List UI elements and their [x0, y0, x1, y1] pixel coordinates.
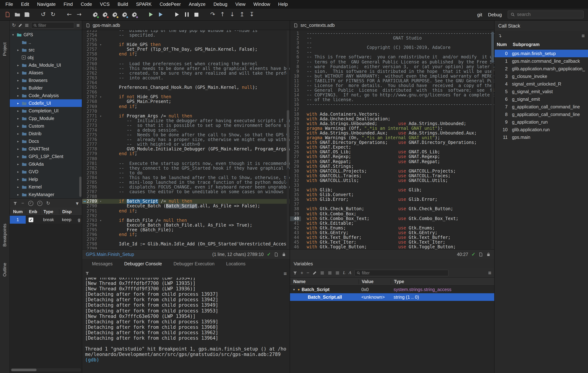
expander-icon[interactable]: ▸: [16, 139, 20, 143]
menu-item-code[interactable]: Code: [77, 0, 96, 9]
line-number[interactable]: 20: [290, 121, 301, 126]
callstack-frame-11[interactable]: 11gps.main: [494, 133, 588, 141]
line-number[interactable]: 2772: [82, 119, 98, 123]
debug-continue-button[interactable]: [172, 10, 181, 19]
callstack-frame-9[interactable]: 9g_application_run: [494, 118, 588, 126]
remove-variable-button[interactable]: −: [306, 270, 309, 275]
tree-item-builder[interactable]: ▸Builder: [10, 84, 82, 92]
column-header-subprogram[interactable]: Subprogram: [511, 42, 588, 47]
doc-icon[interactable]: [274, 252, 278, 256]
menu-item-spark[interactable]: SPARK: [132, 0, 156, 9]
language-toggle-button[interactable]: L: [343, 270, 345, 275]
tree-item-browsers[interactable]: ▸Browsers: [10, 77, 82, 84]
tree-item-gps-lsp-client[interactable]: ▸GPS_LSP_Client: [10, 153, 82, 160]
line-number[interactable]: 2777: [82, 142, 98, 147]
disable-breakpoints-button[interactable]: ×: [37, 201, 42, 206]
tree-item-kernel[interactable]: ▸Kernel: [10, 183, 82, 191]
line-number[interactable]: 2778: [82, 147, 98, 152]
tree-item-distrib[interactable]: ▸Distrib: [10, 130, 82, 137]
remove-breakpoint-button[interactable]: −: [21, 201, 24, 206]
fold-marker[interactable]: ▾: [98, 114, 103, 118]
lock-icon[interactable]: [282, 252, 286, 256]
line-number[interactable]: 5: [290, 50, 301, 55]
line-number[interactable]: 2779: [82, 152, 98, 156]
breakpoints-dropdown-button[interactable]: ▾: [76, 200, 79, 206]
line-number[interactable]: 2762: [82, 71, 98, 76]
line-number[interactable]: 2763: [82, 76, 98, 80]
variables-menu-button[interactable]: ≡: [488, 270, 491, 275]
custom-build-button[interactable]: [120, 10, 129, 19]
line-number[interactable]: 2787: [82, 190, 98, 194]
line-number[interactable]: 2769: [82, 104, 98, 109]
line-number[interactable]: 6: [290, 55, 301, 60]
list-tree-icon[interactable]: [335, 271, 340, 275]
expander-icon[interactable]: ▸: [16, 94, 20, 97]
callstack-frame-1[interactable]: 1gps.main.command_line_callback: [494, 57, 588, 65]
line-number[interactable]: 2: [290, 36, 301, 41]
tree-item-ada-module-ui[interactable]: ▸Ada_Module_UI: [10, 61, 82, 69]
callstack-frame-3[interactable]: 3g_closure_invoke: [494, 73, 588, 80]
line-number[interactable]: 4: [290, 45, 301, 50]
line-number[interactable]: 2759: [82, 57, 98, 61]
breakpoint-num[interactable]: 1: [10, 216, 26, 224]
expander-icon[interactable]: ▸: [16, 170, 20, 174]
search-input[interactable]: [517, 12, 581, 17]
expander-icon[interactable]: ▸: [16, 162, 20, 166]
callstack-frame-8[interactable]: 8g_application_call_command_line: [494, 110, 588, 118]
callstack-frame-10[interactable]: 10glib.application.run: [494, 126, 588, 133]
debug-start-button[interactable]: [146, 10, 155, 19]
line-number[interactable]: 2792: [82, 213, 98, 218]
line-number[interactable]: 14: [290, 93, 301, 98]
line-number[interactable]: 38: [290, 207, 301, 211]
line-number[interactable]: 2794: [82, 223, 98, 228]
line-number[interactable]: 23: [290, 136, 301, 140]
step-out-button[interactable]: ↥: [238, 10, 247, 19]
line-number[interactable]: 2768: [82, 99, 98, 104]
expander-icon[interactable]: ▸: [16, 86, 20, 90]
fold-marker[interactable]: ▾: [98, 43, 103, 47]
editor-scrollbar[interactable]: [491, 31, 494, 249]
tree-item-gvd[interactable]: ▸GVD: [10, 168, 82, 176]
step-over-button[interactable]: ↷: [208, 10, 217, 19]
line-number[interactable]: 46: [290, 245, 301, 249]
code-editor-gps-main[interactable]: 2753 -- Disable tip of the day pop up wi…: [82, 30, 290, 249]
tree-item-obj[interactable]: obj: [10, 54, 82, 61]
analyze-button[interactable]: [130, 10, 139, 19]
line-number[interactable]: 29: [290, 164, 301, 169]
menu-item-debug[interactable]: Debug: [210, 0, 231, 9]
column-header-name[interactable]: Name: [290, 279, 358, 284]
tab-debugger-console[interactable]: Debugger Console: [119, 259, 167, 269]
build-all-button[interactable]: [101, 10, 110, 19]
list-icon[interactable]: [25, 23, 29, 27]
debug-pause-button[interactable]: [182, 10, 191, 19]
tree-item-custom[interactable]: ▸Custom: [10, 122, 82, 130]
line-number[interactable]: 27: [290, 154, 301, 159]
project-filter-input[interactable]: [38, 23, 72, 27]
code-editor-src-contexts[interactable]: 1---------------------------------------…: [290, 30, 494, 249]
tree-item-code-analysis[interactable]: ▸Code_Analysis: [10, 92, 82, 99]
menu-item-codepeer[interactable]: CodePeer: [156, 0, 185, 9]
line-number[interactable]: 36: [290, 197, 301, 202]
tree-item-help[interactable]: ▸Help: [10, 176, 82, 183]
build-main-button[interactable]: [91, 10, 100, 19]
callstack-frame-7[interactable]: 7g_application_call_command_line: [494, 103, 588, 110]
line-number[interactable]: 28: [290, 159, 301, 164]
line-number[interactable]: 3: [290, 41, 301, 45]
frame-up-button[interactable]: ↑: [218, 10, 227, 19]
address-toggle-button[interactable]: A: [349, 270, 351, 275]
line-number[interactable]: 2798: [82, 242, 98, 246]
line-number[interactable]: 2760: [82, 61, 98, 66]
scrollbar-thumb[interactable]: [287, 110, 289, 168]
line-number[interactable]: 19: [290, 117, 301, 121]
line-number[interactable]: 2784: [82, 176, 98, 180]
scrollbar-thumb[interactable]: [11, 369, 37, 371]
line-number[interactable]: 43: [290, 230, 301, 235]
line-number[interactable]: 2771: [82, 114, 98, 118]
tree-item-gps[interactable]: ▾GPS: [10, 31, 82, 38]
debug-stop-button[interactable]: [192, 10, 201, 19]
line-number[interactable]: 12: [290, 83, 301, 88]
line-number[interactable]: 13: [290, 88, 301, 93]
fold-marker[interactable]: ▾: [98, 199, 103, 204]
menu-item-view[interactable]: View: [231, 0, 250, 9]
tree-item-gnattest[interactable]: ▸GNATTest: [10, 145, 82, 153]
